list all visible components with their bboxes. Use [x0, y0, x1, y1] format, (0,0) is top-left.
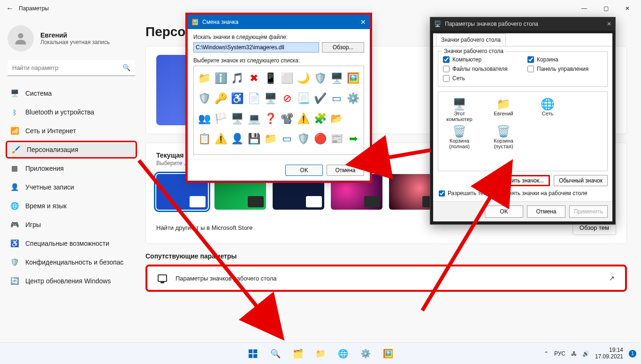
- grid-icon[interactable]: ▭: [329, 89, 344, 108]
- grid-icon[interactable]: 📱: [263, 69, 278, 88]
- task-explorer[interactable]: 📁: [312, 345, 329, 363]
- check-computer[interactable]: Компьютер: [443, 56, 518, 63]
- grid-icon[interactable]: 👥: [197, 109, 212, 128]
- check-network[interactable]: Сеть: [443, 75, 518, 82]
- grid-icon[interactable]: 🌙: [296, 69, 311, 88]
- nav-privacy[interactable]: 🛡️Конфиденциальность и безопас: [6, 253, 137, 271]
- tab-desktop-icons[interactable]: Значки рабочего стола: [436, 33, 506, 46]
- grid-icon[interactable]: ✖: [246, 69, 261, 88]
- grid-icon[interactable]: ♿: [230, 89, 245, 108]
- tray-chevron-icon[interactable]: ⌃: [544, 350, 549, 357]
- change-icon-cancel[interactable]: Отмена: [327, 165, 364, 176]
- browse-button[interactable]: Обзор...: [322, 42, 364, 53]
- grid-icon[interactable]: ➡: [346, 129, 361, 148]
- grid-icon[interactable]: 📋: [197, 129, 212, 148]
- nav-apps[interactable]: ▦Приложения: [6, 159, 137, 177]
- allow-themes-row[interactable]: Разрешить темам изменять значки на рабоч…: [439, 190, 607, 197]
- task-app[interactable]: 🖼️: [379, 345, 397, 363]
- nav-time[interactable]: 🌐Время и язык: [6, 197, 137, 215]
- grid-icon[interactable]: 🖼️: [346, 69, 361, 88]
- nav-accessibility[interactable]: ♿Специальные возможности: [6, 235, 137, 252]
- start-button[interactable]: [244, 345, 262, 363]
- minimize-button[interactable]: —: [573, 1, 595, 15]
- notification-badge[interactable]: 1: [629, 350, 636, 357]
- desktop-settings-close[interactable]: ✕: [607, 21, 611, 27]
- desktop-settings-titlebar[interactable]: 🖥️ Параметры значков рабочего стола ✕: [430, 17, 615, 30]
- account-block[interactable]: Евгений Локальная учетная запись: [6, 22, 137, 60]
- grid-icon[interactable]: [346, 109, 361, 128]
- grid-icon[interactable]: 🔑: [213, 89, 228, 108]
- nav-network[interactable]: 📶Сеть и Интернет: [6, 122, 137, 140]
- grid-icon[interactable]: ▭: [279, 129, 294, 148]
- grid-icon[interactable]: 🔴: [313, 129, 328, 148]
- desktop-ok[interactable]: OK: [485, 205, 523, 218]
- item-user[interactable]: 📁Евгений: [486, 98, 521, 122]
- nav-update[interactable]: 🔄Центр обновления Windows: [6, 272, 137, 290]
- tray-clock[interactable]: 19:14 17.09.2021: [595, 347, 623, 359]
- grid-icon[interactable]: 🎵: [230, 69, 245, 88]
- grid-icon[interactable]: 💻: [246, 109, 261, 128]
- grid-icon[interactable]: 🏳️: [213, 109, 228, 128]
- system-tray[interactable]: ⌃ РУС 🖧 🔊 19:14 17.09.2021 1: [544, 347, 636, 359]
- item-recycle-empty[interactable]: 🗑️Корзина (пустая): [486, 125, 521, 149]
- grid-icon[interactable]: ⚙️: [346, 89, 361, 108]
- grid-icon[interactable]: 📃: [296, 89, 311, 108]
- nav-accounts[interactable]: 👤Учетные записи: [6, 178, 137, 196]
- default-icon-button[interactable]: Обычный значок: [554, 175, 608, 186]
- back-button[interactable]: ←: [3, 4, 17, 13]
- grid-icon[interactable]: 🛡️: [197, 89, 212, 108]
- nav-bluetooth[interactable]: ᛒBluetooth и устройства: [6, 103, 137, 121]
- icon-preview-list[interactable]: 🖥️Этот компьютер 📁Евгений 🌐Сеть 🗑️Корзин…: [438, 91, 608, 171]
- change-icon-close[interactable]: ✕: [360, 18, 366, 26]
- allow-themes-check[interactable]: [439, 190, 445, 197]
- grid-icon[interactable]: ℹ️: [213, 69, 228, 88]
- change-icon-button[interactable]: Сменить значок...: [491, 175, 550, 186]
- grid-icon[interactable]: 🖥️: [263, 89, 278, 108]
- grid-icon[interactable]: 📰: [329, 129, 344, 148]
- grid-icon[interactable]: 🖥️: [230, 109, 245, 128]
- grid-icon[interactable]: 🛡️: [296, 129, 311, 148]
- change-icon-ok[interactable]: OK: [285, 165, 323, 176]
- task-settings[interactable]: ⚙️: [357, 345, 374, 363]
- grid-icon[interactable]: ❓: [263, 109, 278, 128]
- grid-icon[interactable]: ⊘: [279, 89, 294, 108]
- check-recycle[interactable]: Корзина: [527, 56, 603, 63]
- grid-icon[interactable]: ⬜: [279, 69, 294, 88]
- desktop-apply[interactable]: Применить: [569, 205, 608, 218]
- grid-icon[interactable]: 🖥️: [329, 69, 344, 88]
- grid-icon[interactable]: 👤: [230, 129, 245, 148]
- path-input[interactable]: [193, 42, 319, 53]
- grid-icon[interactable]: ✔️: [313, 89, 328, 108]
- nav-games[interactable]: 🎮Игры: [6, 216, 137, 234]
- tray-network-icon[interactable]: 🖧: [571, 350, 577, 357]
- tray-volume-icon[interactable]: 🔊: [582, 350, 589, 357]
- task-edge[interactable]: 🌐: [334, 345, 352, 363]
- grid-icon[interactable]: 🧩: [313, 109, 328, 128]
- search-box[interactable]: 🔍: [8, 60, 135, 76]
- grid-icon[interactable]: 📁: [197, 69, 212, 88]
- nav-system[interactable]: 🖥️Система: [6, 84, 137, 102]
- item-recycle-full[interactable]: 🗑️Корзина (полная): [442, 125, 477, 149]
- tray-lang[interactable]: РУС: [554, 350, 565, 357]
- item-network[interactable]: 🌐Сеть: [530, 98, 565, 122]
- icon-grid[interactable]: 📁ℹ️🎵✖📱⬜🌙🛡️🖥️🖼️ 🛡️🔑♿📄🖥️⊘📃✔️▭⚙️ 👥🏳️🖥️💻❓📽️⚠…: [193, 66, 364, 155]
- change-icon-titlebar[interactable]: 🖼️ Смена значка ✕: [188, 15, 370, 29]
- grid-icon[interactable]: ⚠️: [296, 109, 311, 128]
- grid-icon[interactable]: 💾: [246, 129, 261, 148]
- grid-icon[interactable]: 🛡️: [313, 69, 328, 88]
- grid-icon[interactable]: ⚠️: [213, 129, 228, 148]
- grid-icon[interactable]: 📂: [329, 109, 344, 128]
- item-this-pc[interactable]: 🖥️Этот компьютер: [442, 98, 477, 122]
- grid-icon[interactable]: 📁: [263, 129, 278, 148]
- grid-icon[interactable]: 📄: [246, 89, 261, 108]
- check-userfiles[interactable]: Файлы пользователя: [443, 66, 518, 72]
- task-view[interactable]: 🗂️: [289, 345, 307, 363]
- close-button[interactable]: ✕: [617, 1, 638, 15]
- desktop-icons-settings-card[interactable]: Параметры значков рабочего стола ↗: [145, 265, 627, 292]
- nav-personalization[interactable]: 🖌️Персонализация: [6, 141, 137, 159]
- desktop-cancel[interactable]: Отмена: [527, 205, 565, 218]
- search-input[interactable]: [8, 60, 135, 76]
- task-search[interactable]: 🔍: [267, 345, 284, 363]
- maximize-button[interactable]: ▢: [595, 1, 617, 15]
- check-control[interactable]: Панель управления: [527, 66, 603, 72]
